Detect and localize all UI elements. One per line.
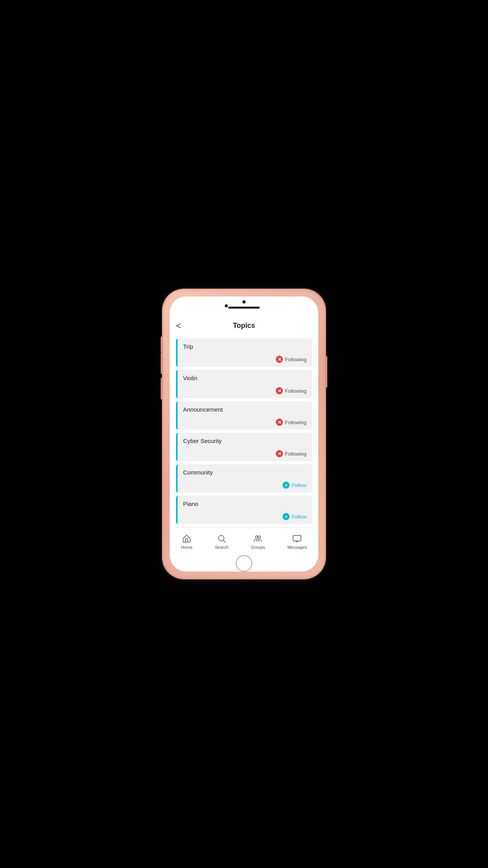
topic-action[interactable]: +Follow — [183, 482, 306, 489]
topic-item[interactable]: Announcement✕Following — [176, 401, 312, 430]
nav-home[interactable]: Home — [181, 533, 192, 550]
svg-rect-4 — [293, 535, 301, 541]
topic-list: Trip✕FollowingViolin✕FollowingAnnounceme… — [170, 335, 318, 528]
action-label: Following — [285, 451, 306, 457]
phone-screen: < Topics Trip✕FollowingViolin✕FollowingA… — [170, 296, 318, 572]
messages-icon — [292, 533, 302, 544]
action-label: Following — [285, 357, 306, 362]
svg-point-0 — [218, 535, 224, 541]
power-button — [326, 356, 327, 388]
app-screen: < Topics Trip✕FollowingViolin✕FollowingA… — [170, 316, 318, 555]
unfollow-icon[interactable]: ✕ — [276, 356, 283, 363]
speaker-bar — [228, 307, 260, 309]
topic-name: Cyber Security — [183, 438, 306, 444]
nav-messages[interactable]: Messages — [287, 533, 307, 550]
topic-action[interactable]: +Follow — [183, 513, 306, 520]
nav-groups-label: Groups — [251, 545, 265, 550]
nav-home-label: Home — [181, 545, 192, 550]
topic-name: Community — [183, 469, 306, 476]
home-icon — [182, 533, 192, 544]
volume-down-button — [161, 378, 162, 399]
topic-action[interactable]: ✕Following — [183, 356, 306, 363]
svg-point-2 — [255, 536, 258, 538]
camera-dot — [242, 300, 246, 303]
volume-up-button — [161, 352, 162, 374]
topic-item[interactable]: Community+Follow — [176, 464, 312, 493]
page-header: < Topics — [170, 316, 318, 335]
follow-icon[interactable]: + — [283, 513, 290, 520]
svg-line-1 — [224, 541, 226, 543]
topic-name: Trip — [183, 343, 306, 350]
nav-messages-label: Messages — [287, 545, 307, 550]
topic-action[interactable]: ✕Following — [183, 387, 306, 394]
action-label: Follow — [292, 514, 306, 520]
action-label: Follow — [292, 482, 306, 488]
back-button[interactable]: < — [176, 321, 181, 331]
topic-item[interactable]: Trip✕Following — [176, 338, 312, 367]
action-label: Following — [285, 419, 306, 425]
svg-point-3 — [258, 536, 261, 538]
topic-item[interactable]: Cyber Security✕Following — [176, 433, 312, 461]
topic-name: Violin — [183, 375, 306, 381]
follow-icon[interactable]: + — [283, 482, 290, 489]
unfollow-icon[interactable]: ✕ — [276, 419, 283, 426]
groups-icon — [253, 533, 263, 544]
home-indicator[interactable] — [236, 555, 252, 572]
action-label: Following — [285, 388, 306, 394]
nav-search[interactable]: Search — [215, 533, 229, 550]
status-bar — [170, 296, 318, 316]
topic-item[interactable]: Piano+Follow — [176, 496, 312, 524]
phone-frame: < Topics Trip✕FollowingViolin✕FollowingA… — [163, 289, 325, 579]
topic-action[interactable]: ✕Following — [183, 450, 306, 457]
front-camera — [225, 304, 228, 307]
unfollow-icon[interactable]: ✕ — [276, 450, 283, 457]
nav-search-label: Search — [215, 545, 229, 550]
topic-name: Piano — [183, 500, 306, 507]
bottom-nav: Home Search — [170, 528, 318, 555]
nav-groups[interactable]: Groups — [251, 533, 265, 550]
page-title: Topics — [233, 322, 255, 330]
topic-item[interactable]: Violin✕Following — [176, 370, 312, 398]
topic-action[interactable]: ✕Following — [183, 419, 306, 426]
search-icon — [216, 533, 227, 544]
unfollow-icon[interactable]: ✕ — [276, 387, 283, 394]
topic-name: Announcement — [183, 406, 306, 413]
home-indicator-area — [170, 555, 318, 572]
